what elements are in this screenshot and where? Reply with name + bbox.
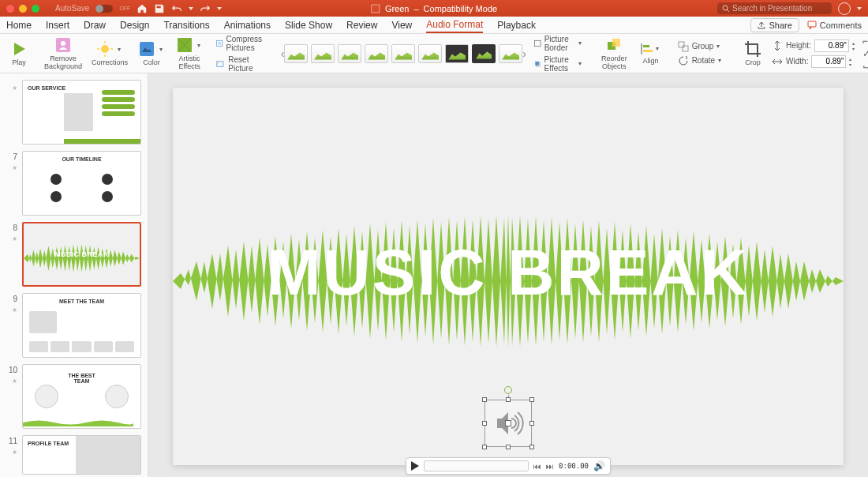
slide-thumbnail[interactable]: 7★ OUR TIMELINE	[0, 148, 148, 219]
tab-home[interactable]: Home	[6, 18, 32, 32]
slide-canvas[interactable]: MUSIC BREAK ⏮ ⏭	[173, 88, 844, 465]
remove-background-button[interactable]: Remove Background	[39, 34, 87, 73]
tab-playback[interactable]: Playback	[497, 18, 536, 32]
style-option[interactable]	[365, 44, 388, 63]
height-label: Height:	[786, 41, 811, 50]
style-option[interactable]	[391, 44, 415, 63]
feedback-icon[interactable]	[838, 2, 851, 15]
effects-icon	[534, 58, 541, 69]
audio-player: ⏮ ⏭ 0:00.00 🔊	[406, 457, 611, 475]
resize-handle[interactable]	[529, 421, 534, 426]
compress-icon	[216, 38, 223, 49]
undo-dropdown-icon[interactable]	[189, 7, 193, 10]
lock-aspect-top-icon[interactable]: ⌐	[862, 36, 868, 47]
slide-thumbnail[interactable]: ★ OUR SERVICE	[0, 77, 148, 148]
style-option[interactable]	[418, 44, 442, 63]
tab-view[interactable]: View	[391, 18, 412, 32]
width-input[interactable]	[811, 55, 846, 68]
svg-point-5	[61, 41, 65, 46]
resize-handle[interactable]	[529, 397, 534, 402]
ribbon-options-icon[interactable]	[857, 7, 862, 10]
resize-handle[interactable]	[482, 421, 487, 426]
resize-handle[interactable]	[482, 445, 487, 449]
slide-thumbnail[interactable]: 9★ MEET THE TEAM	[0, 290, 148, 361]
tab-animations[interactable]: Animations	[224, 18, 271, 32]
player-scrubber[interactable]	[424, 460, 529, 471]
window-minimize-button[interactable]	[19, 5, 27, 13]
style-option[interactable]	[284, 44, 308, 63]
picture-effects-button[interactable]: Picture Effects ▾	[531, 54, 586, 73]
height-spinner[interactable]: ▴▾	[852, 40, 855, 51]
lock-aspect-check-icon[interactable]: ✓	[862, 48, 868, 59]
picture-styles-gallery[interactable]	[284, 44, 522, 63]
share-button[interactable]: Share	[750, 18, 799, 32]
resize-handle[interactable]	[482, 397, 487, 402]
slide-title-text[interactable]: MUSIC BREAK	[267, 235, 750, 310]
style-option[interactable]	[338, 44, 361, 63]
speaker-icon	[491, 406, 526, 441]
slide-thumbnail[interactable]: 11★ PROFILE TEAM	[0, 432, 148, 477]
height-input[interactable]	[814, 39, 849, 52]
svg-rect-17	[535, 61, 539, 65]
artistic-icon	[175, 36, 194, 54]
tab-insert[interactable]: Insert	[46, 18, 69, 32]
crop-button[interactable]: Crop	[739, 34, 767, 73]
reset-picture-button[interactable]: Reset Picture	[213, 54, 270, 73]
resize-handle[interactable]	[506, 445, 511, 449]
width-spinner[interactable]: ▴▾	[849, 56, 851, 67]
comments-button[interactable]: Comments	[807, 21, 862, 30]
style-option[interactable]	[499, 44, 522, 63]
artistic-effects-button[interactable]: ▾ Artistic Effects	[170, 34, 208, 73]
lock-aspect-bottom-icon[interactable]: ⌙	[862, 61, 868, 72]
audio-object-selected[interactable]	[485, 400, 532, 447]
window-close-button[interactable]	[6, 5, 14, 13]
tab-review[interactable]: Review	[346, 18, 377, 32]
picture-border-button[interactable]: Picture Border ▾	[531, 34, 586, 53]
player-volume-button[interactable]: 🔊	[593, 460, 605, 471]
comments-label: Comments	[820, 21, 862, 30]
tab-slideshow[interactable]: Slide Show	[285, 18, 332, 32]
slide-thumbnail-selected[interactable]: 8★ MUSIC BREAK	[0, 219, 148, 290]
resize-handle[interactable]	[506, 397, 511, 402]
slide-thumbnail[interactable]: 10★ THE BEST TEAM	[0, 361, 148, 432]
tab-design[interactable]: Design	[120, 18, 149, 32]
style-option[interactable]	[445, 44, 469, 63]
style-option-selected[interactable]	[472, 44, 496, 63]
slide-panel[interactable]: ★ OUR SERVICE 7★ OUR TIMELINE	[0, 73, 148, 477]
search-box[interactable]	[717, 2, 832, 14]
group-button[interactable]: Group ▾	[675, 40, 728, 53]
undo-icon[interactable]	[171, 3, 182, 14]
rotate-button[interactable]: Rotate ▾	[675, 54, 728, 67]
width-icon	[772, 56, 783, 67]
home-icon[interactable]	[137, 3, 148, 14]
svg-rect-3	[808, 21, 816, 27]
corrections-button[interactable]: ▾ Corrections	[87, 34, 133, 73]
tab-transitions[interactable]: Transitions	[163, 18, 209, 32]
player-play-button[interactable]	[411, 461, 419, 471]
search-input[interactable]	[732, 4, 827, 13]
player-skip-fwd-button[interactable]: ⏭	[546, 462, 554, 471]
svg-rect-16	[535, 40, 541, 46]
save-icon[interactable]	[154, 3, 165, 14]
player-time: 0:00.00	[559, 462, 589, 470]
rotate-handle[interactable]	[504, 386, 512, 394]
tab-draw[interactable]: Draw	[84, 18, 106, 32]
redo-icon[interactable]	[200, 3, 211, 14]
style-option[interactable]	[311, 44, 335, 63]
autosave-state: OFF	[119, 6, 130, 11]
player-skip-back-button[interactable]: ⏮	[533, 462, 541, 471]
color-button[interactable]: ▾ Color	[133, 34, 170, 73]
compress-pictures-button[interactable]: Compress Pictures	[213, 34, 270, 53]
width-label: Width:	[786, 57, 808, 66]
reorder-icon	[604, 36, 623, 54]
chevron-down-icon: ▾	[118, 46, 124, 53]
play-button[interactable]: Play	[5, 34, 33, 73]
chevron-down-icon: ▾	[718, 57, 724, 64]
tab-audio-format[interactable]: Audio Format	[426, 17, 483, 33]
resize-handle[interactable]	[529, 445, 534, 449]
reorder-objects-button[interactable]: Reorder Objects	[597, 34, 632, 73]
qat-customize-icon[interactable]	[217, 7, 222, 10]
window-maximize-button[interactable]	[32, 5, 39, 13]
autosave-toggle[interactable]	[95, 5, 113, 13]
align-button[interactable]: ▾	[635, 42, 667, 56]
